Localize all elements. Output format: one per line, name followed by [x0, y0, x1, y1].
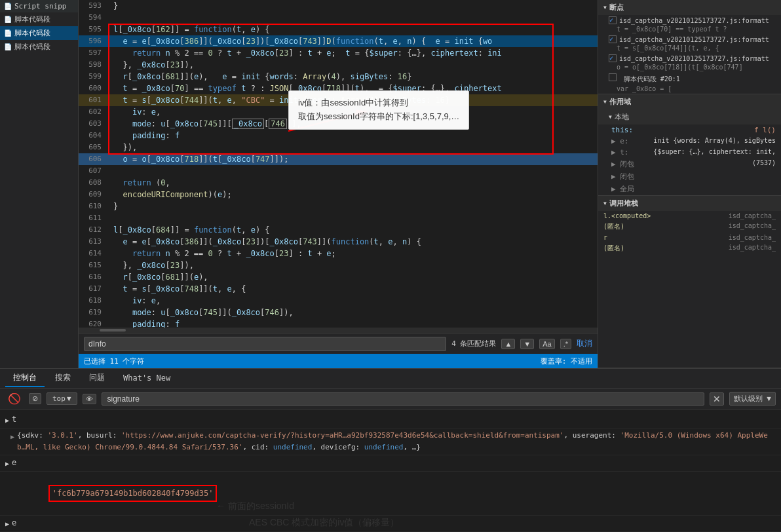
console-clear-btn[interactable]: 🚫 — [5, 392, 24, 406]
tab-search[interactable]: 搜索 — [47, 370, 79, 387]
bp-check-0[interactable] — [609, 16, 617, 24]
line-content-613: e = e[_0x8co[386]](_0x8co[23])[_0x8co[74… — [108, 236, 598, 248]
code-line-618: 618 iv: e, — [79, 295, 598, 307]
breakpoints-header[interactable]: ▼ 断点 — [598, 0, 781, 15]
line-num-599: 599 — [79, 71, 108, 83]
scope-local-header[interactable]: ▼ 本地 — [598, 109, 781, 124]
scope-local-label: 本地 — [615, 112, 629, 122]
file-tree-label-1: 脚本代码段 — [14, 14, 50, 24]
bp-check-1[interactable] — [609, 35, 617, 43]
code-line-609: 609 encodeURIComponent)(e); — [79, 189, 598, 200]
bp-item-0[interactable]: isd_captcha_v20210125173727.js:formatt — [598, 15, 781, 26]
file-tree-item-0[interactable]: 📄 Script snipp — [0, 0, 78, 12]
console-stop-btn[interactable]: ⊘ — [29, 393, 41, 404]
line-num-608: 608 — [79, 177, 108, 189]
code-content: 593 } 594 595 l[_0x8co[162]] = function(… — [79, 0, 598, 328]
scope-this-val: f l() — [754, 126, 776, 134]
console-expand-e1[interactable]: ▶ — [5, 458, 9, 470]
scope-section: ▼ 作用域 ▼ 本地 this: f l() ▶ e: init {words:… — [598, 94, 781, 196]
line-num-596: 596 — [79, 35, 108, 47]
scope-header[interactable]: ▼ 作用域 — [598, 94, 781, 109]
scope-closure: ▶ 闭包 (7537) — [598, 158, 781, 170]
status-coverage: 覆盖率: 不适用 — [541, 356, 592, 366]
console-output[interactable]: ▶ t ▶ {sdkv: '3.0.1', busurl: 'https://w… — [0, 409, 781, 532]
callstack-3[interactable]: (匿名) isd_captcha_ — [598, 242, 781, 254]
search-cancel[interactable]: 取消 — [577, 338, 592, 349]
bp-check-3[interactable] — [609, 73, 617, 81]
file-icon-0: 📄 — [4, 3, 12, 10]
tab-problems[interactable]: 问题 — [81, 370, 113, 387]
search-regex-button[interactable]: .* — [560, 339, 571, 349]
search-prev-button[interactable]: ▲ — [501, 339, 515, 349]
line-num-617: 617 — [79, 283, 108, 295]
scope-t-key[interactable]: ▶ t: — [611, 148, 629, 157]
tab-problems-label: 问题 — [89, 373, 105, 382]
callstack-file-2: isd_captcha_ — [729, 234, 776, 241]
code-line-601: 601 t = s[_0x8co[744]](t, e, "CBC" = ini… — [79, 94, 598, 106]
code-line-616: 616 r[_0x8co[681]](e), — [79, 271, 598, 283]
console-text-e1: e — [12, 457, 776, 468]
console-expand-t[interactable]: ▶ — [5, 415, 9, 427]
file-tree-item-2[interactable]: 📄 脚本代码段 — [0, 26, 78, 40]
session-id-1-box: 'fc6b779a679149b1bd602840f4799d35' — [48, 485, 218, 502]
console-text-t: t — [12, 413, 776, 425]
scope-closure-val: (7537) — [752, 159, 776, 169]
bp-check-2[interactable] — [609, 54, 617, 62]
line-content-599: r[_0x8co[681]](e), e = init {words: Arra… — [108, 71, 598, 83]
search-input-wrap[interactable] — [84, 337, 446, 351]
bp-filename-2: isd_captcha_v20210125173727.js:formatt — [619, 55, 769, 62]
bp-filename-1: isd_captcha_v20210125173727.js:formatt — [619, 36, 769, 43]
callstack-0[interactable]: l.<computed> isd_captcha_ — [598, 211, 781, 221]
code-lines[interactable]: 593 } 594 595 l[_0x8co[162]] = function(… — [79, 0, 598, 328]
line-num-612: 612 — [79, 224, 108, 236]
search-input[interactable] — [88, 339, 442, 349]
search-next-button[interactable]: ▼ — [520, 339, 534, 349]
callstack-1[interactable]: (匿名) isd_captcha_ — [598, 221, 781, 233]
scope-closure2-key[interactable]: ▶ 闭包 — [611, 172, 634, 181]
console-level-filter[interactable]: 默认级别 ▼ — [729, 392, 776, 406]
line-num-593: 593 — [79, 0, 108, 12]
callstack-header[interactable]: ▼ 调用堆栈 — [598, 196, 781, 211]
scope-this-key: this: — [611, 126, 633, 134]
bp-item-1[interactable]: isd_captcha_v20210125173727.js:formatt — [598, 34, 781, 45]
console-top-filter[interactable]: top ▼ — [47, 392, 77, 405]
scope-e-key[interactable]: ▶ e: — [611, 137, 629, 145]
console-expand-e2[interactable]: ▶ — [5, 518, 9, 530]
code-scrollbar-h[interactable] — [79, 328, 598, 333]
line-content-611 — [108, 212, 598, 224]
code-line-619: 619 mode: u[_0x8co[745]](_0x8co[746]), — [79, 307, 598, 318]
line-num-614: 614 — [79, 248, 108, 259]
line-num-606: 606 — [79, 153, 108, 165]
console-line-e1: ▶ e — [0, 455, 781, 472]
bp-item-2[interactable]: isd_captcha_v20210125173727.js:formatt — [598, 53, 781, 64]
line-content-593: } — [108, 0, 598, 12]
breakpoints-section: ▼ 断点 isd_captcha_v20210125173727.js:form… — [598, 0, 781, 94]
line-content-600: t = _0x8co[70] == typeof t ? : JSON[_0x8… — [108, 83, 598, 94]
search-match-case-button[interactable]: Aa — [539, 339, 554, 349]
scope-closure-key[interactable]: ▶ 闭包 — [611, 159, 634, 169]
line-content-612: l[_0x8co[684]] = function(t, e) { — [108, 224, 598, 236]
bp-filename-3: 脚本代码段 #20:1 — [624, 75, 680, 83]
scope-e-val: init {words: Array(4), sigBytes — [653, 137, 776, 145]
bp-item-3[interactable]: 脚本代码段 #20:1 — [598, 72, 781, 85]
file-tree-item-1[interactable]: 📄 脚本代码段 — [0, 12, 78, 26]
callstack-2[interactable]: r isd_captcha_ — [598, 233, 781, 242]
line-num-619: 619 — [79, 307, 108, 318]
console-text-obj: {sdkv: '3.0.1', busurl: 'https://www.anj… — [17, 430, 776, 453]
tab-whatsnew[interactable]: What's New — [115, 371, 178, 387]
tab-console[interactable]: 控制台 — [5, 370, 45, 387]
console-area: 🚫 ⊘ top ▼ 👁 ✕ 默认级别 ▼ ▶ t ▶ {sdkv: '3.0.1… — [0, 388, 781, 532]
callstack-label: 调用堆栈 — [609, 199, 638, 208]
code-line-607: 607 — [79, 165, 598, 177]
code-line-610: 610 } — [79, 200, 598, 212]
console-clear-input-btn[interactable]: ✕ — [710, 392, 724, 406]
line-num-601: 601 — [79, 94, 108, 106]
scope-global-key[interactable]: ▶ 全局 — [611, 184, 634, 194]
console-eye-btn[interactable]: 👁 — [83, 394, 96, 404]
file-tree-item-3[interactable]: 📄 脚本代码段 — [0, 40, 78, 54]
line-num-597: 597 — [79, 47, 108, 59]
code-line-612: 612 l[_0x8co[684]] = function(t, e) { — [79, 224, 598, 236]
line-content-595: l[_0x8co[162]] = function(t, e) { — [108, 24, 598, 35]
console-search-input[interactable] — [102, 392, 704, 406]
line-content-615: }, _0x8co[23]), — [108, 259, 598, 271]
